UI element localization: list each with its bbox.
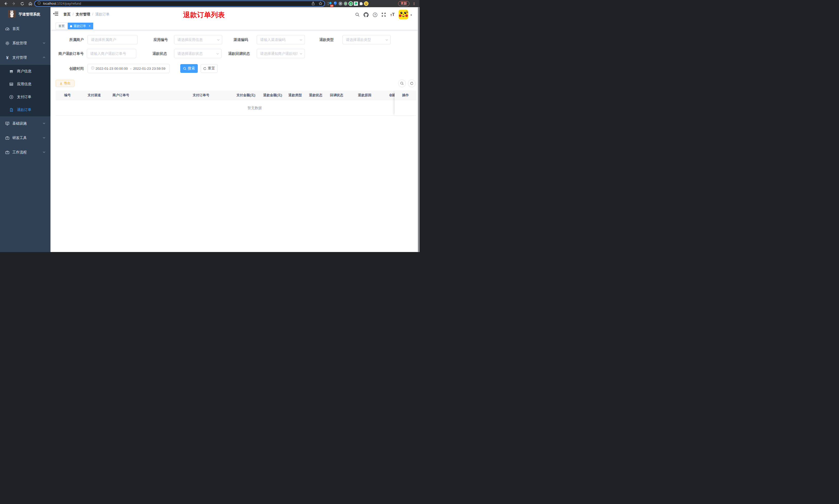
- sidebar-item-refund-order[interactable]: 退款订单: [0, 104, 51, 116]
- bookmark-star-icon[interactable]: [319, 2, 322, 6]
- table-header: 编号 支付渠道 商户订单号 支付订单号 支付金额(元) 退款金额(元) 退款类型…: [56, 91, 416, 100]
- create-time-range-picker[interactable]: -: [88, 64, 169, 73]
- channel-select[interactable]: [257, 35, 305, 44]
- sidebar: 芋道管理系统 首页 系统管理 ¥ 支付管理: [0, 7, 51, 252]
- breadcrumb: 首页/支付管理/退款订单: [64, 12, 110, 17]
- active-dot: [70, 25, 72, 27]
- extension-y-icon[interactable]: y: [348, 1, 353, 6]
- sidebar-logo[interactable]: 芋道管理系统: [0, 7, 51, 22]
- page-scrollbar[interactable]: [418, 7, 420, 252]
- document-icon: [9, 108, 13, 112]
- extension-balloon-icon[interactable]: [333, 1, 338, 6]
- sidebar-item-app-info[interactable]: 应用信息: [0, 78, 51, 91]
- hamburger-icon[interactable]: [53, 12, 59, 17]
- breadcrumb-pay[interactable]: 支付管理: [76, 12, 90, 16]
- logo-rabbit-image: [8, 10, 16, 19]
- sidebar-item-merchant-info[interactable]: 商户信息: [0, 65, 51, 78]
- filter-label-merchant: 所属商户: [69, 35, 84, 44]
- filter-label-channel: 渠道编码: [234, 35, 248, 44]
- refresh-button[interactable]: [408, 79, 416, 87]
- column-header: 退款状态: [309, 91, 330, 100]
- column-header: 支付订单号: [193, 91, 236, 100]
- sidebar-item-pay[interactable]: ¥ 支付管理: [0, 51, 51, 65]
- empty-text: 暂无数据: [248, 100, 262, 115]
- reset-button[interactable]: 重置: [201, 64, 218, 73]
- browser-home-button[interactable]: [27, 0, 34, 7]
- app-window: localhost:1024/pay/refund 10 ⌘ y: [0, 0, 420, 252]
- browser-back-button[interactable]: [2, 0, 9, 7]
- toggle-search-button[interactable]: [398, 79, 406, 87]
- export-button[interactable]: 导出: [56, 80, 74, 87]
- filter-label-create-time: 创建时间: [69, 64, 84, 73]
- sidebar-item-home[interactable]: 首页: [0, 22, 51, 36]
- search-button[interactable]: 搜索: [180, 64, 198, 73]
- merchant-input[interactable]: [88, 35, 138, 44]
- github-icon[interactable]: [363, 12, 369, 18]
- yen-circle-icon: ¥: [9, 95, 13, 99]
- column-header: 支付渠道: [88, 91, 112, 100]
- extension-command-icon[interactable]: ⌘: [338, 1, 343, 6]
- briefcase-icon: [5, 150, 10, 155]
- column-header: 退款类型: [288, 91, 309, 100]
- sidebar-item-workflow[interactable]: 工作流程: [0, 145, 51, 160]
- filter-label-notify-status: 退款回调状态: [228, 49, 250, 58]
- filter-label-refund-status: 退款状态: [153, 49, 167, 58]
- filter-label-app: 应用编号: [154, 35, 168, 44]
- column-header: 回调状态: [330, 91, 358, 100]
- grid-table-icon: [9, 82, 13, 86]
- site-info-icon[interactable]: [37, 1, 41, 6]
- top-navbar: 首页/支付管理/退款订单 退款订单列表 ? TT ▾: [51, 7, 418, 22]
- caret-down-icon[interactable]: ▾: [410, 13, 412, 17]
- browser-update-button[interactable]: 更新: [398, 1, 409, 6]
- sidebar-item-dev-tools[interactable]: 研发工具: [0, 131, 51, 145]
- sidebar-item-system[interactable]: 系统管理: [0, 36, 51, 51]
- end-date-input[interactable]: [133, 67, 166, 71]
- date-separator: -: [128, 67, 133, 71]
- breadcrumb-home[interactable]: 首页: [64, 12, 71, 16]
- refund-type-select[interactable]: [342, 35, 391, 44]
- svg-text:y: y: [350, 2, 352, 5]
- merchant-refund-no-input[interactable]: [87, 49, 136, 58]
- notify-status-select[interactable]: [257, 49, 305, 58]
- browser-menu-icon[interactable]: ⋮: [412, 0, 416, 7]
- svg-text:¥: ¥: [11, 96, 12, 98]
- gear-icon: [5, 41, 10, 46]
- help-icon[interactable]: ?: [372, 12, 378, 18]
- tab-home[interactable]: 首页: [56, 23, 68, 29]
- tab-close-icon[interactable]: ×: [89, 24, 90, 28]
- share-icon[interactable]: [311, 2, 315, 6]
- font-size-icon[interactable]: TT: [389, 12, 395, 18]
- pay-submenu: 商户信息 应用信息 ¥ 支付订单: [0, 65, 51, 116]
- start-date-input[interactable]: [95, 67, 128, 71]
- scrollbar-thumb[interactable]: [418, 7, 419, 252]
- chevron-down-icon: [42, 136, 46, 140]
- monitor-chart-icon: [5, 122, 10, 126]
- column-header: 编号: [56, 91, 88, 100]
- extensions-puzzle-icon[interactable]: [358, 1, 363, 6]
- sidebar-item-infra[interactable]: 基础设施: [0, 116, 51, 131]
- extension-chat-icon[interactable]: [353, 1, 358, 6]
- filter-label-merchant-refund-no: 商户退款订单号: [58, 49, 84, 58]
- extension-diamond-icon[interactable]: 10: [327, 1, 332, 6]
- extension-smiley-icon[interactable]: [363, 1, 369, 6]
- column-header: 操作: [394, 91, 416, 100]
- fullscreen-icon[interactable]: [381, 12, 387, 18]
- app-select[interactable]: [174, 35, 222, 44]
- shop-icon: [9, 69, 13, 73]
- search-icon[interactable]: [354, 12, 360, 18]
- tab-refund-order[interactable]: 退款订单 ×: [68, 23, 93, 29]
- browser-forward-button[interactable]: [10, 0, 18, 7]
- extension-record-icon[interactable]: [343, 1, 348, 6]
- refund-status-select[interactable]: [174, 49, 221, 58]
- fixed-action-column: 操作: [394, 91, 416, 115]
- dashboard-icon: [5, 27, 10, 31]
- app-title: 芋道管理系统: [19, 12, 40, 17]
- sidebar-item-pay-order[interactable]: ¥ 支付订单: [0, 91, 51, 104]
- address-bar[interactable]: localhost:1024/pay/refund: [34, 1, 325, 7]
- url-text[interactable]: localhost:1024/pay/refund: [43, 2, 81, 5]
- column-header: 商户订单号: [112, 91, 193, 100]
- column-header: 退款原因: [358, 91, 389, 100]
- browser-reload-button[interactable]: [19, 0, 26, 7]
- avatar[interactable]: [399, 10, 408, 19]
- chevron-down-icon: [42, 150, 46, 155]
